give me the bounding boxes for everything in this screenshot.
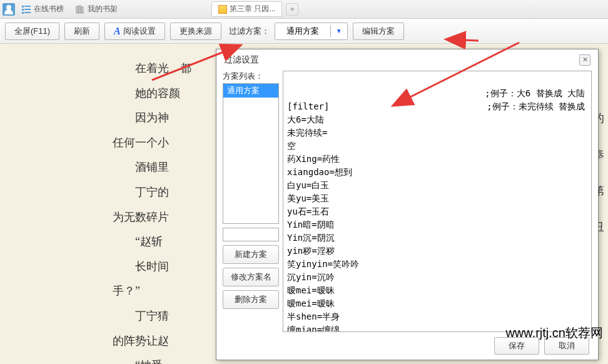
tab-chapter[interactable]: 第三章 只因... [211, 1, 282, 17]
scheme-item[interactable]: 通用方案 [223, 84, 278, 98]
filter-rule-line: Yin暗=阴暗 [287, 218, 587, 231]
filter-rule-line: 药Xing=药性 [287, 153, 587, 166]
watermark-text: www.rjtj.cn软荐网 [505, 325, 603, 341]
filter-content-panel: [filter]大6=大陆未完待续=空药Xing=药性xiangdao=想到白y… [283, 71, 592, 332]
close-icon[interactable]: ✕ [579, 54, 590, 66]
scheme-list[interactable]: 通用方案 [223, 83, 279, 224]
tab-title: 第三章 只因... [230, 4, 275, 14]
avatar-icon[interactable] [3, 3, 15, 16]
toolbar: 全屏(F11) 刷新 A 阅读设置 更换来源 过滤方案： 通用方案 ▼ 编辑方案 [0, 19, 608, 44]
scheme-name-input[interactable] [223, 228, 279, 241]
filter-rule-line: 笑yinyin=笑吟吟 [287, 258, 587, 271]
filter-rule-line: 半shen=半身 [287, 310, 587, 323]
tab-bar: 第三章 只因... + [211, 1, 298, 17]
books-icon [75, 4, 85, 14]
svg-rect-3 [24, 9, 31, 10]
dropdown-selected: 通用方案 [275, 23, 330, 39]
delete-scheme-button[interactable]: 删除方案 [223, 290, 279, 309]
new-scheme-button[interactable]: 新建方案 [223, 245, 279, 264]
filter-scheme-label: 过滤方案： [229, 26, 270, 37]
svg-rect-6 [76, 6, 78, 13]
list-icon [21, 4, 31, 14]
filter-scheme-dropdown[interactable]: 通用方案 ▼ [275, 23, 348, 40]
tab-add-button[interactable]: + [286, 3, 298, 16]
shelf-label: 我的书架 [88, 4, 118, 14]
dialog-header: 过滤设置 ✕ [216, 49, 598, 71]
change-source-button[interactable]: 更换来源 [170, 23, 221, 40]
filter-rule-line: 空 [287, 139, 587, 153]
dialog-title-text: 过滤设置 [224, 54, 259, 66]
read-settings-label: 阅读设置 [123, 26, 156, 37]
refresh-button[interactable]: 刷新 [64, 23, 99, 40]
read-settings-button[interactable]: A 阅读设置 [104, 23, 165, 40]
svg-rect-0 [22, 6, 24, 8]
fullscreen-button[interactable]: 全屏(F11) [5, 23, 59, 40]
document-icon [218, 5, 227, 14]
font-icon: A [114, 26, 121, 37]
filter-rule-line: 未完待续= [287, 126, 587, 139]
svg-rect-8 [81, 7, 83, 13]
filter-rule-line: 沉yin=沉吟 [287, 271, 587, 284]
svg-rect-7 [79, 6, 81, 13]
filter-rule-line: yin秽=淫秽 [287, 245, 587, 258]
edit-scheme-button[interactable]: 编辑方案 [353, 23, 404, 40]
filter-rule-line: 白yu=白玉 [287, 179, 587, 192]
filter-rule-line: 暧mei=暧昧 [287, 297, 587, 310]
chevron-down-icon: ▼ [330, 25, 347, 37]
filter-rule-line: 大6=大陆 [287, 113, 587, 126]
svg-rect-4 [22, 12, 24, 14]
filter-rule-line: xiangdao=想到 [287, 166, 587, 179]
filter-rule-line: yu石=玉石 [287, 205, 587, 218]
ranking-link[interactable]: 在线书榜 [16, 3, 69, 16]
scheme-panel: 方案列表： 通用方案 新建方案 修改方案名 删除方案 [223, 71, 279, 332]
top-bar: 在线书榜 我的书架 第三章 只因... + [0, 0, 608, 19]
shelf-link[interactable]: 我的书架 [70, 3, 123, 16]
filter-rule-line: 暧mei=暧昧 [287, 284, 587, 297]
svg-rect-5 [24, 12, 31, 13]
filter-textarea[interactable]: [filter]大6=大陆未完待续=空药Xing=药性xiangdao=想到白y… [283, 71, 592, 332]
filter-dialog: 过滤设置 ✕ 方案列表： 通用方案 新建方案 修改方案名 删除方案 [filte… [216, 49, 599, 360]
svg-rect-1 [24, 6, 31, 7]
rename-scheme-button[interactable]: 修改方案名 [223, 268, 279, 286]
filter-rule-line: 美yu=美玉 [287, 192, 587, 205]
scheme-list-label: 方案列表： [223, 71, 279, 82]
ranking-label: 在线书榜 [34, 4, 64, 14]
filter-comment: ;例子：大6 替换成 大陆 [485, 87, 585, 100]
svg-rect-2 [22, 9, 24, 11]
filter-comment: ;例子：未完待续 替换成 [487, 100, 585, 113]
filter-rule-line: Yin沉=阴沉 [287, 231, 587, 245]
